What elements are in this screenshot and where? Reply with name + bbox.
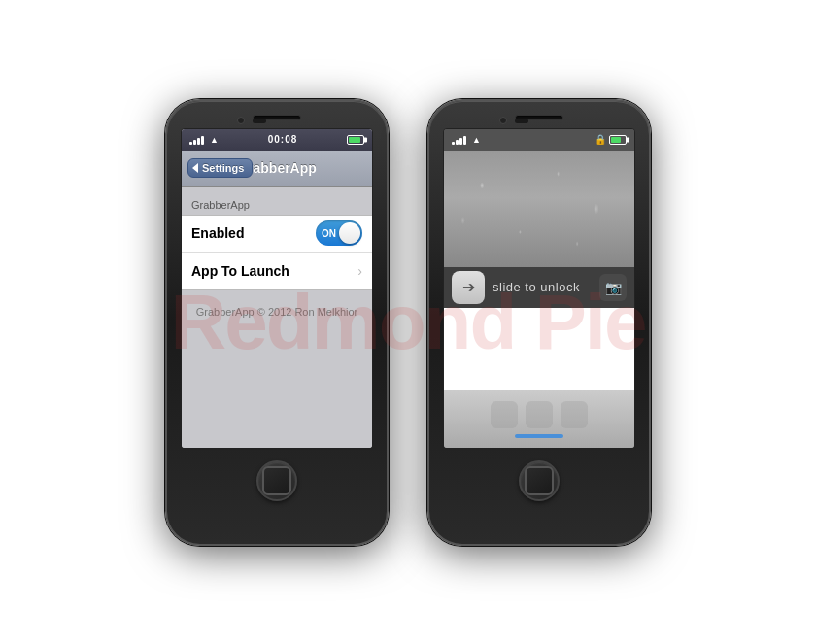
lock-status-right: 🔒 bbox=[595, 134, 627, 145]
slide-arrow-button[interactable]: ➔ bbox=[452, 271, 485, 304]
enabled-toggle[interactable]: ON bbox=[316, 220, 362, 246]
lock-battery-fill bbox=[611, 137, 622, 143]
lock-dock bbox=[444, 390, 634, 448]
lock-status-bar: ▲ 🔒 bbox=[444, 129, 634, 151]
sensor bbox=[253, 119, 266, 123]
settings-body: GrabberApp Enabled ON App To La bbox=[182, 187, 372, 448]
lock-signal-1 bbox=[452, 142, 455, 145]
status-right bbox=[347, 135, 364, 145]
lock-signal-bars bbox=[452, 135, 466, 145]
lock-screen: ▲ 🔒 bbox=[444, 129, 634, 448]
camera-icon: 📷 bbox=[605, 280, 622, 295]
signal-bar-4 bbox=[201, 136, 204, 145]
status-bar: ▲ 00:08 bbox=[182, 129, 372, 151]
lock-status-left: ▲ bbox=[452, 135, 481, 145]
section-label: GrabberApp bbox=[182, 199, 372, 215]
enabled-label: Enabled bbox=[191, 225, 316, 241]
chevron-icon: › bbox=[357, 263, 362, 279]
app-launch-label: App To Launch bbox=[191, 263, 357, 279]
status-left: ▲ bbox=[189, 135, 219, 145]
camera-button[interactable]: 📷 bbox=[599, 274, 627, 301]
phone-1: ▲ 00:08 Settings GrabberApp Gr bbox=[165, 99, 389, 546]
settings-row-enabled[interactable]: Enabled ON bbox=[182, 216, 372, 253]
settings-row-app[interactable]: App To Launch › bbox=[182, 253, 372, 289]
phone-2: ▲ 🔒 bbox=[427, 99, 651, 546]
status-time: 00:08 bbox=[268, 134, 298, 145]
front-camera-2 bbox=[499, 117, 507, 124]
home-button-2[interactable] bbox=[519, 460, 560, 501]
lock-wifi-icon: ▲ bbox=[472, 135, 481, 145]
slide-arrow-icon: ➔ bbox=[462, 278, 475, 296]
lock-content bbox=[444, 308, 634, 390]
battery-fill bbox=[349, 137, 360, 143]
phone-1-screen: ▲ 00:08 Settings GrabberApp Gr bbox=[181, 128, 373, 449]
lock-wallpaper bbox=[444, 151, 634, 267]
front-camera bbox=[237, 117, 245, 124]
lock-signal-4 bbox=[463, 136, 466, 145]
dock-indicator bbox=[515, 434, 563, 438]
signal-bar-2 bbox=[193, 140, 196, 145]
dock-cell-3 bbox=[561, 401, 588, 428]
wifi-icon: ▲ bbox=[210, 135, 219, 145]
nav-bar: Settings GrabberApp bbox=[182, 151, 372, 187]
battery-icon bbox=[347, 135, 364, 145]
home-button-inner bbox=[262, 466, 291, 495]
slide-text: slide to unlock bbox=[493, 280, 592, 294]
signal-bars bbox=[189, 135, 204, 145]
lock-icon: 🔒 bbox=[595, 134, 606, 145]
settings-footer: GrabberApp © 2012 Ron Melkhior bbox=[182, 290, 372, 333]
phone-2-screen: ▲ 🔒 bbox=[443, 128, 635, 449]
signal-bar-3 bbox=[197, 138, 200, 145]
dock-cell-2 bbox=[526, 401, 553, 428]
phones-container: Redmond Pie ▲ 00 bbox=[165, 99, 651, 546]
lock-signal-2 bbox=[456, 140, 459, 145]
back-button[interactable]: Settings bbox=[187, 158, 253, 178]
settings-group: Enabled ON App To Launch › bbox=[182, 215, 372, 290]
home-button[interactable] bbox=[256, 460, 297, 501]
home-button-inner-2 bbox=[525, 466, 554, 495]
dock-cell-1 bbox=[491, 401, 518, 428]
lock-signal-3 bbox=[459, 138, 462, 145]
toggle-knob bbox=[339, 222, 360, 244]
slide-bar[interactable]: ➔ slide to unlock 📷 bbox=[444, 267, 634, 308]
settings-screen: ▲ 00:08 Settings GrabberApp Gr bbox=[182, 129, 372, 448]
sensor-2 bbox=[515, 119, 528, 123]
toggle-label: ON bbox=[322, 228, 336, 239]
lock-battery bbox=[609, 135, 627, 145]
signal-bar-1 bbox=[189, 142, 192, 145]
dock-grid bbox=[491, 401, 588, 436]
